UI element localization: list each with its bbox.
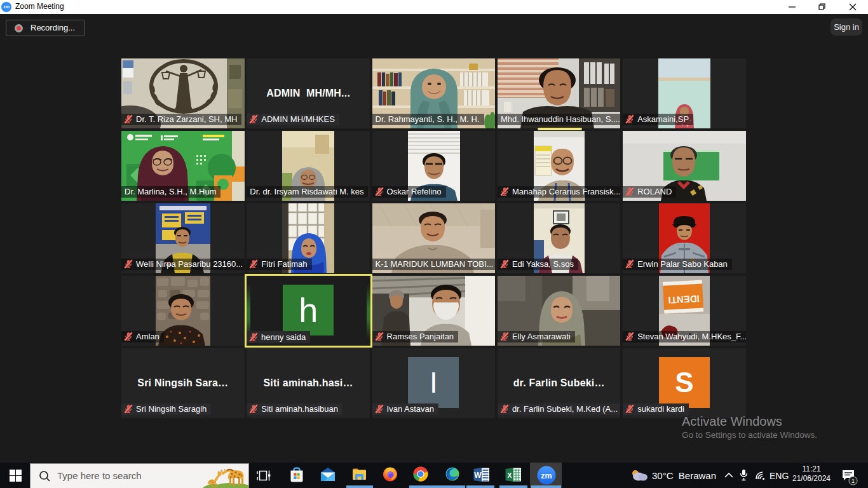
svg-text:zm: zm [541,471,552,480]
svg-text:IDENTI: IDENTI [668,294,700,306]
svg-text:X: X [507,471,512,479]
svg-text:W: W [474,471,482,480]
svg-text:1: 1 [851,478,855,484]
